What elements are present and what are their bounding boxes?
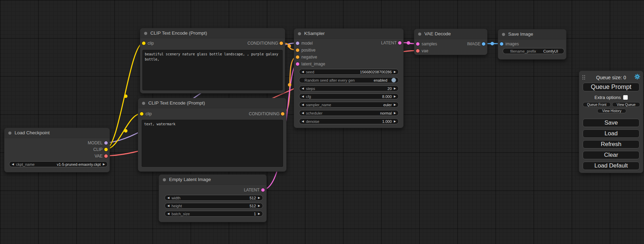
increment-arrow-icon[interactable]: ▶ (258, 213, 260, 215)
widget-sampler-name[interactable]: ◀ sampler_name euler ▶ (299, 102, 399, 108)
node-titlebar[interactable]: Load Checkpoint (5, 128, 109, 138)
decrement-arrow-icon[interactable]: ◀ (12, 163, 14, 166)
node-load-checkpoint[interactable]: Load Checkpoint MODEL CLIP VAE ◀ ckpt_na… (4, 128, 110, 172)
load-button[interactable]: Load (583, 129, 639, 138)
widget-seed[interactable]: ◀ seed 156680208700286 ▶ (299, 69, 399, 75)
widget-random-seed-toggle[interactable]: Random seed after every gen enabled (299, 77, 399, 83)
positive-prompt-textarea[interactable]: beautiful scenery nature glass bottle la… (142, 50, 283, 90)
widget-cfg[interactable]: ◀ cfg 8.000 ▶ (299, 93, 399, 99)
increment-arrow-icon[interactable]: ▶ (394, 87, 396, 90)
view-queue-button[interactable]: View Queue (612, 102, 640, 107)
node-vae-decode[interactable]: VAE Decode samples IMAGE vae (414, 29, 487, 55)
link-dot[interactable] (124, 94, 127, 98)
increment-arrow-icon[interactable]: ▶ (103, 163, 105, 166)
queue-front-button[interactable]: Queue Front (583, 102, 611, 107)
decrement-arrow-icon[interactable]: ◀ (167, 213, 169, 215)
collapse-dot-icon[interactable] (8, 132, 11, 135)
input-label-model: model (301, 41, 313, 46)
increment-arrow-icon[interactable]: ▶ (394, 71, 396, 73)
node-ksampler[interactable]: KSampler model LATENT positive negative … (294, 28, 404, 128)
widget-width[interactable]: ◀ width 512 ▶ (165, 195, 263, 201)
queue-prompt-button[interactable]: Queue Prompt (583, 83, 639, 91)
widget-scheduler[interactable]: ◀ scheduler normal ▶ (299, 110, 399, 116)
output-port-image[interactable] (482, 42, 485, 46)
link-dot[interactable] (407, 41, 410, 45)
increment-arrow-icon[interactable]: ▶ (394, 112, 396, 115)
collapse-dot-icon[interactable] (418, 33, 421, 36)
output-port-clip[interactable] (104, 148, 108, 151)
node-save-image[interactable]: Save Image images filename_prefix ComfyU… (498, 29, 566, 60)
collapse-dot-icon[interactable] (298, 32, 301, 35)
decrement-arrow-icon[interactable]: ◀ (302, 95, 304, 98)
decrement-arrow-icon[interactable]: ◀ (302, 120, 304, 123)
gear-icon[interactable] (634, 74, 640, 80)
node-title-text: CLIP Text Encode (Prompt) (150, 30, 207, 36)
input-port-negative[interactable] (296, 55, 299, 59)
load-default-button[interactable]: Load Default (583, 162, 639, 170)
node-title-text: KSampler (304, 31, 325, 36)
increment-arrow-icon[interactable]: ▶ (258, 197, 260, 199)
input-port-clip[interactable] (142, 42, 145, 45)
output-port-conditioning[interactable] (281, 112, 284, 116)
output-label-model: MODEL (88, 141, 103, 145)
collapse-dot-icon[interactable] (163, 178, 166, 181)
widget-steps[interactable]: ◀ steps 20 ▶ (299, 85, 399, 91)
save-button[interactable]: Save (583, 119, 639, 127)
decrement-arrow-icon[interactable]: ◀ (167, 205, 169, 207)
clear-button[interactable]: Clear (583, 151, 639, 159)
node-titlebar[interactable]: Empty Latent Image (159, 175, 266, 185)
view-history-button[interactable]: View History (597, 109, 626, 113)
node-titlebar[interactable]: CLIP Text Encode (Prompt) (138, 98, 286, 108)
widget-denoise[interactable]: ◀ denoise 1.000 ▶ (299, 118, 399, 124)
widget-batch-size[interactable]: ◀ batch_size 1 ▶ (165, 211, 263, 217)
increment-arrow-icon[interactable]: ▶ (394, 120, 396, 123)
refresh-button[interactable]: Refresh (583, 140, 639, 148)
node-graph-canvas[interactable]: Load Checkpoint MODEL CLIP VAE ◀ ckpt_na… (0, 0, 644, 244)
node-titlebar[interactable]: KSampler (294, 29, 403, 39)
collapse-dot-icon[interactable] (502, 33, 505, 36)
decrement-arrow-icon[interactable]: ◀ (302, 103, 304, 106)
output-port-conditioning[interactable] (280, 42, 283, 45)
output-label-clip: CLIP (93, 147, 103, 152)
link-dot[interactable] (491, 42, 494, 45)
increment-arrow-icon[interactable]: ▶ (258, 205, 260, 207)
input-port-images[interactable] (500, 42, 503, 46)
input-port-positive[interactable] (296, 48, 299, 52)
input-port-model[interactable] (296, 42, 299, 45)
toggle-icon[interactable] (391, 78, 396, 82)
output-port-vae[interactable] (104, 154, 108, 158)
collapse-dot-icon[interactable] (144, 32, 147, 35)
node-clip-text-encode-1[interactable]: CLIP Text Encode (Prompt) clip CONDITION… (140, 28, 285, 93)
node-titlebar[interactable]: Save Image (498, 29, 566, 39)
node-titlebar[interactable]: VAE Decode (414, 29, 487, 39)
node-title-text: Load Checkpoint (15, 130, 50, 135)
link-dot[interactable] (124, 129, 127, 133)
decrement-arrow-icon[interactable]: ◀ (302, 71, 304, 73)
increment-arrow-icon[interactable]: ▶ (394, 95, 396, 98)
extra-options-checkbox[interactable] (623, 95, 628, 100)
collapse-dot-icon[interactable] (142, 102, 145, 105)
output-port-model[interactable] (104, 141, 108, 145)
input-label-clip: clip (145, 111, 152, 116)
input-label-vae: vae (422, 48, 428, 53)
input-port-latent-image[interactable] (296, 62, 299, 66)
negative-prompt-textarea[interactable]: text, watermark (142, 120, 283, 167)
widget-ckpt-name[interactable]: ◀ ckpt_name v1-5-pruned-emaonly.ckpt ▶ (9, 161, 108, 167)
output-port-latent[interactable] (261, 188, 265, 192)
widget-filename-prefix[interactable]: filename_prefix ComfyUI (503, 48, 564, 54)
decrement-arrow-icon[interactable]: ◀ (302, 112, 304, 115)
input-port-vae[interactable] (416, 49, 420, 53)
widget-height[interactable]: ◀ height 512 ▶ (165, 203, 263, 209)
link-dot[interactable] (288, 44, 291, 48)
output-port-latent[interactable] (398, 41, 402, 45)
node-empty-latent-image[interactable]: Empty Latent Image LATENT ◀ width 512 ▶ … (159, 174, 267, 222)
decrement-arrow-icon[interactable]: ◀ (302, 87, 304, 90)
input-port-clip[interactable] (140, 112, 143, 116)
input-label-images: images (505, 42, 519, 46)
link-dot[interactable] (288, 83, 291, 87)
node-clip-text-encode-2[interactable]: CLIP Text Encode (Prompt) clip CONDITION… (138, 98, 286, 172)
decrement-arrow-icon[interactable]: ◀ (167, 197, 169, 199)
increment-arrow-icon[interactable]: ▶ (394, 103, 396, 106)
input-port-samples[interactable] (416, 42, 420, 46)
node-titlebar[interactable]: CLIP Text Encode (Prompt) (140, 28, 285, 38)
